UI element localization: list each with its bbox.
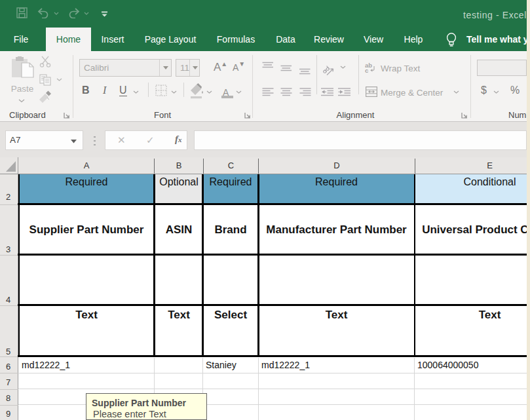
svg-text:c: c	[365, 67, 368, 73]
